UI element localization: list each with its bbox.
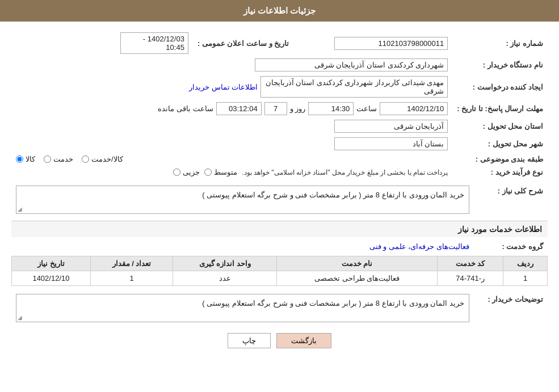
cell-date: 1402/12/10 <box>12 271 91 286</box>
print-button[interactable]: چاپ <box>228 333 271 348</box>
deadline-remaining: 03:12:04 <box>216 102 262 115</box>
category-kala-service-radio[interactable] <box>82 155 89 163</box>
province-value: آذربایجان شرقی <box>334 120 448 133</box>
deadline-label: مهلت ارسال پاسخ: تا تاریخ : <box>452 100 548 117</box>
cell-code: ر-741-74 <box>438 271 503 286</box>
cell-name: فعالیت‌های طراحی تخصصی <box>277 271 438 286</box>
table-row: 1 ر-741-74 فعالیت‌های طراحی تخصصی عدد 1 … <box>12 271 548 286</box>
service-group-value[interactable]: فعالیت‌های حرفه‌ای، علمی و فنی <box>369 242 469 251</box>
purchase-type-partial[interactable]: جزیی <box>173 168 200 176</box>
need-number-label: شماره نیاز : <box>452 30 548 56</box>
purchase-partial-radio[interactable] <box>173 168 180 176</box>
city-label: شهر محل تحویل : <box>452 135 548 153</box>
resize-handle: ◢ <box>18 206 22 212</box>
buyer-notes-box: خرید المان ورودی با ارتفاع 8 متر ( برابر… <box>16 294 469 322</box>
buyer-notes-value: خرید المان ورودی با ارتفاع 8 متر ( برابر… <box>202 299 464 307</box>
category-kala-label: کالا <box>26 155 35 163</box>
purchase-type-medium[interactable]: متوسط <box>204 168 237 176</box>
deadline-date: 1402/12/10 <box>380 102 448 115</box>
back-button[interactable]: بازگشت <box>276 333 331 348</box>
description-value: خرید المان ورودی با ارتفاع 8 متر ( برابر… <box>202 191 464 199</box>
category-kala-service-label: کالا/خدمت <box>91 155 123 163</box>
deadline-remaining-label: ساعت باقی مانده <box>158 104 213 113</box>
need-number-value: 1102103798000011 <box>334 37 448 50</box>
creator-value: مهدی شیدائی کاربرداز شهرداری کردکندی است… <box>260 76 448 98</box>
service-group-label: گروه خدمت : <box>474 240 548 253</box>
deadline-time: 14:30 <box>308 102 354 115</box>
purchase-medium-radio[interactable] <box>204 168 212 176</box>
publish-date-value: 1402/12/03 - 10:45 <box>120 32 188 54</box>
buyer-notes-resize: ◢ <box>18 314 22 321</box>
description-box: خرید المان ورودی با ارتفاع 8 متر ( برابر… <box>16 186 469 214</box>
city-value: بستان آباد <box>334 137 448 150</box>
col-date: تاریخ نیاز <box>12 256 91 271</box>
org-name-label: نام دستگاه خریدار : <box>452 56 548 74</box>
col-row: ردیف <box>503 256 548 271</box>
deadline-time-label: ساعت <box>356 104 377 113</box>
creator-label: ایجاد کننده درخواست : <box>452 74 548 100</box>
category-service[interactable]: خدمت <box>44 155 73 163</box>
category-label: طبقه بندی موضوعی : <box>452 153 548 166</box>
category-kala-service[interactable]: کالا/خدمت <box>82 155 123 163</box>
cell-qty: 1 <box>90 271 173 286</box>
publish-date-label: تاریخ و ساعت اعلان عمومی : <box>193 30 293 56</box>
category-service-radio[interactable] <box>44 155 51 163</box>
creator-contact-link[interactable]: اطلاعات تماس خریدار <box>189 83 258 91</box>
org-name-value: شهرداری کردکندی استان آذربایجان شرقی <box>255 58 448 71</box>
category-kala[interactable]: کالا <box>16 155 35 163</box>
purchase-medium-label: متوسط <box>214 168 237 176</box>
purchase-partial-label: جزیی <box>183 168 200 176</box>
cell-row: 1 <box>503 271 548 286</box>
purchase-type-note: پرداخت تمام یا بخشی از مبلغ خریدار محل "… <box>242 168 448 176</box>
category-kala-radio[interactable] <box>16 155 23 163</box>
col-code: کد خدمت <box>438 256 503 271</box>
purchase-type-label: نوع فرآیند خرید : <box>452 166 548 179</box>
buttons-row: بازگشت چاپ <box>11 333 548 348</box>
col-qty: تعداد / مقدار <box>90 256 173 271</box>
description-label: شرح کلی نیاز : <box>474 183 548 216</box>
category-service-label: خدمت <box>53 155 73 163</box>
col-unit: واحد اندازه گیری <box>173 256 277 271</box>
cell-unit: عدد <box>173 271 277 286</box>
province-label: استان محل تحویل : <box>452 117 548 135</box>
services-table: ردیف کد خدمت نام خدمت واحد اندازه گیری ت… <box>11 256 548 286</box>
deadline-days-label: روز و <box>290 104 306 113</box>
col-name: نام خدمت <box>277 256 438 271</box>
page-header: جزئیات اطلاعات نیاز <box>0 0 559 22</box>
buyer-notes-label: توضیحات خریدار : <box>474 292 548 324</box>
page-title: جزئیات اطلاعات نیاز <box>243 6 316 15</box>
deadline-days: 7 <box>264 102 287 115</box>
services-header: اطلاعات خدمات مورد نیاز <box>11 221 548 237</box>
